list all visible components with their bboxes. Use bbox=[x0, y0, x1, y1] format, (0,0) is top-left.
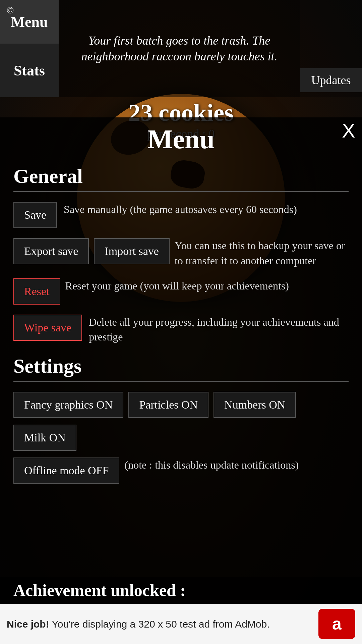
offline-mode-button[interactable]: Offline mode OFF bbox=[13, 458, 119, 484]
save-row: Save Save manually (the game autosaves e… bbox=[13, 202, 349, 228]
export-import-row: Export save Import save You can use this… bbox=[13, 238, 349, 268]
export-description: You can use this to backup your save or … bbox=[175, 238, 349, 268]
settings-row-2: Milk ON bbox=[13, 425, 349, 451]
offline-mode-row: Offline mode OFF (note : this disables u… bbox=[13, 458, 349, 484]
general-section-title: General bbox=[13, 165, 349, 188]
updates-button[interactable]: Updates bbox=[300, 68, 362, 92]
wipe-row: Wipe save Delete all your progress, incl… bbox=[13, 315, 349, 345]
stats-button[interactable]: Stats bbox=[0, 44, 59, 97]
reset-description: Reset your game (you will keep your achi… bbox=[65, 278, 349, 293]
wipe-description: Delete all your progress, including your… bbox=[89, 315, 349, 345]
achievement-banner: Achievement unlocked : bbox=[0, 577, 362, 604]
settings-section-title: Settings bbox=[13, 355, 349, 378]
settings-divider bbox=[13, 381, 349, 382]
milk-button[interactable]: Milk ON bbox=[13, 425, 76, 451]
admob-logo-letter: a bbox=[332, 614, 342, 634]
menu-overlay: Menu General Save Save manually (the gam… bbox=[0, 117, 362, 604]
flavor-text-area: Your first batch goes to the trash. The … bbox=[59, 0, 300, 97]
save-description: Save manually (the game autosaves every … bbox=[64, 202, 297, 217]
settings-row-1: Fancy graphics ON Particles ON Numbers O… bbox=[13, 392, 349, 418]
export-save-button[interactable]: Export save bbox=[13, 238, 89, 264]
save-button[interactable]: Save bbox=[13, 202, 57, 228]
top-right-area: Updates bbox=[300, 0, 362, 97]
import-save-button[interactable]: Import save bbox=[94, 238, 169, 264]
close-menu-button[interactable]: X bbox=[342, 121, 355, 141]
achievement-text: Achievement unlocked : bbox=[13, 581, 186, 600]
top-navigation: Menu Stats Your first batch goes to the … bbox=[0, 0, 362, 97]
offline-note: (note : this disables update notificatio… bbox=[124, 458, 349, 473]
copyright-text: © bbox=[7, 5, 14, 16]
wipe-save-button[interactable]: Wipe save bbox=[13, 315, 82, 341]
fancy-graphics-button[interactable]: Fancy graphics ON bbox=[13, 392, 123, 418]
ad-text-bold: Nice job! bbox=[7, 619, 49, 630]
ad-text-regular: You're displaying a 320 x 50 test ad fro… bbox=[49, 619, 270, 630]
admob-logo: a bbox=[318, 609, 355, 639]
ad-text: Nice job! You're displaying a 320 x 50 t… bbox=[7, 618, 312, 631]
reset-button[interactable]: Reset bbox=[13, 278, 60, 305]
menu-title: Menu bbox=[13, 124, 349, 155]
particles-button[interactable]: Particles ON bbox=[128, 392, 208, 418]
flavor-text: Your first batch goes to the trash. The … bbox=[65, 33, 293, 64]
numbers-button[interactable]: Numbers ON bbox=[214, 392, 296, 418]
reset-row: Reset Reset your game (you will keep you… bbox=[13, 278, 349, 305]
general-divider bbox=[13, 191, 349, 192]
ad-banner: Nice job! You're displaying a 320 x 50 t… bbox=[0, 604, 362, 644]
